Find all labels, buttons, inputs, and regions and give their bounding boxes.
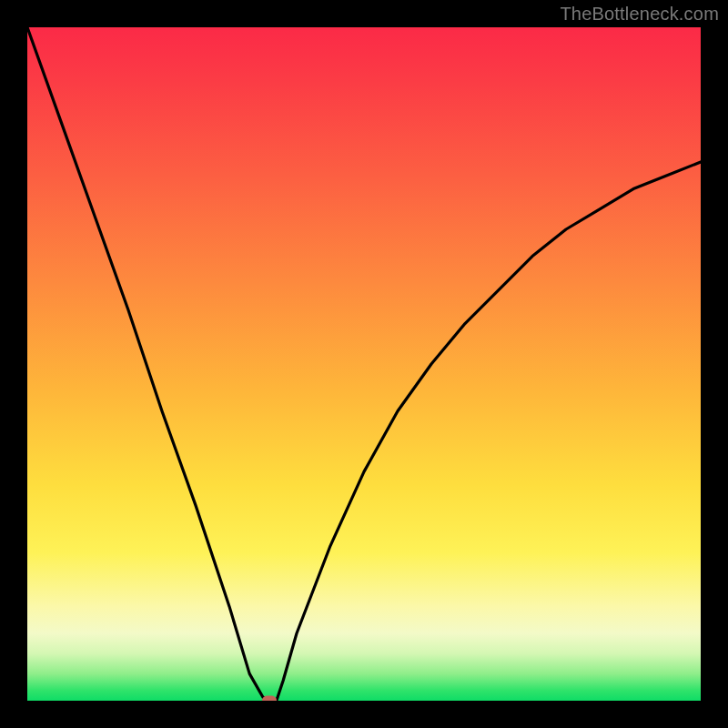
bottleneck-curve bbox=[27, 27, 701, 701]
optimal-point-marker bbox=[262, 696, 277, 702]
watermark-text: TheBottleneck.com bbox=[560, 4, 719, 25]
plot-area bbox=[27, 27, 701, 701]
chart-frame: TheBottleneck.com bbox=[0, 0, 728, 728]
